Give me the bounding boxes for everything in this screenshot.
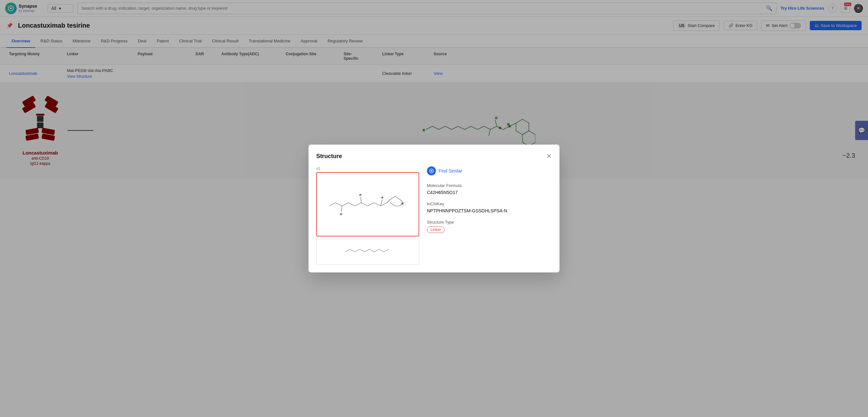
molecule-svg: F N O O bbox=[323, 177, 413, 179]
structure-image-selected[interactable]: F N O O bbox=[316, 172, 419, 179]
modal-close-button[interactable]: ✕ bbox=[546, 152, 552, 160]
structure-panel: #1 bbox=[316, 166, 419, 179]
synapse-icon bbox=[429, 168, 434, 173]
structure-modal: Structure ✕ #1 bbox=[309, 145, 559, 179]
structure-number: #1 bbox=[316, 166, 419, 171]
structure-info: Find Similar Molecular Formula C42H65N5O… bbox=[427, 166, 552, 179]
modal-header: Structure ✕ bbox=[316, 152, 552, 160]
modal-body: #1 bbox=[316, 166, 552, 179]
modal-title: Structure bbox=[316, 153, 342, 160]
modal-overlay[interactable]: Structure ✕ #1 bbox=[0, 0, 868, 179]
find-similar-label: Find Similar bbox=[438, 168, 462, 173]
find-similar-button[interactable]: Find Similar bbox=[427, 166, 552, 175]
find-similar-icon bbox=[427, 166, 436, 175]
